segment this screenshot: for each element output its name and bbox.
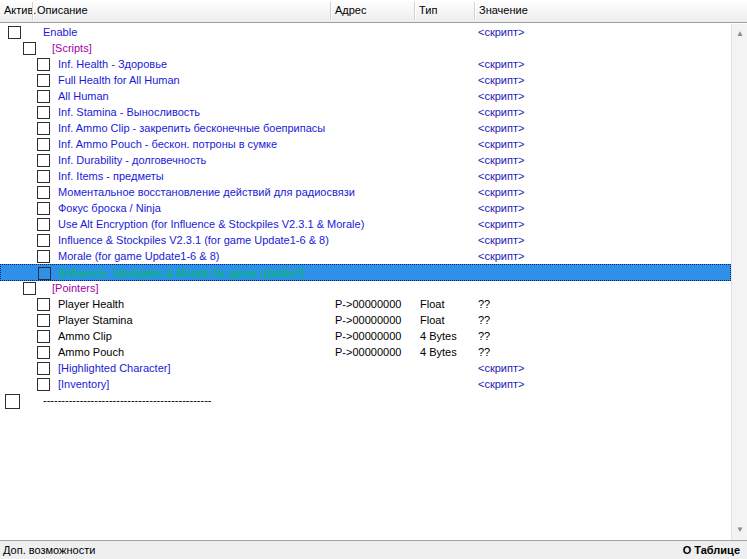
row-activate-checkbox[interactable]	[37, 346, 50, 359]
row-description[interactable]: [Highlighted Character]	[58, 360, 171, 376]
table-row[interactable]: Use Alt Encryption (for Influence & Stoc…	[0, 216, 731, 232]
row-activate-checkbox[interactable]	[37, 362, 50, 375]
row-value[interactable]: <скрипт>	[478, 136, 524, 152]
row-activate-checkbox[interactable]	[37, 298, 50, 311]
table-row[interactable]: All Human <скрипт>	[0, 88, 731, 104]
row-activate-checkbox[interactable]	[38, 267, 51, 280]
row-value[interactable]: <скрипт>	[478, 56, 524, 72]
table-row[interactable]: Inf. Items - предметы <скрипт>	[0, 168, 731, 184]
row-description[interactable]: [Influence, Stockpiles & Morale for game…	[59, 265, 304, 281]
row-type[interactable]: 4 Bytes	[420, 344, 457, 360]
row-description[interactable]: Inf. Stamina - Выносливость	[58, 104, 200, 120]
row-value[interactable]: <скрипт>	[478, 248, 524, 264]
row-address[interactable]: P->00000000	[335, 328, 401, 344]
row-description[interactable]: Player Stamina	[58, 312, 133, 328]
row-type[interactable]: 4 Bytes	[420, 328, 457, 344]
table-row[interactable]: Inf. Stamina - Выносливость <скрипт>	[0, 104, 731, 120]
table-row[interactable]: [Pointers]	[0, 280, 731, 296]
row-activate-checkbox[interactable]	[37, 154, 50, 167]
row-description[interactable]: Full Health for All Human	[58, 72, 180, 88]
table-row[interactable]: Фокус броска / Ninja <скрипт>	[0, 200, 731, 216]
row-description[interactable]: [Scripts]	[52, 40, 92, 56]
table-row[interactable]: [Influence, Stockpiles & Morale for game…	[0, 264, 731, 281]
row-description[interactable]: Inf. Health - Здоровье	[58, 56, 167, 72]
row-value[interactable]: <скрипт>	[478, 168, 524, 184]
row-activate-checkbox[interactable]	[37, 138, 50, 151]
row-description[interactable]: Ammo Pouch	[58, 344, 124, 360]
row-activate-checkbox[interactable]	[37, 234, 50, 247]
table-row[interactable]: Player Stamina P->00000000 Float ??	[0, 312, 731, 328]
row-activate-checkbox[interactable]	[37, 314, 50, 327]
row-value[interactable]: <скрипт>	[478, 72, 524, 88]
vertical-scrollbar[interactable]: ▲ ▼	[731, 24, 747, 540]
table-row[interactable]: Inf. Ammo Clip - закрепить бесконечные б…	[0, 120, 731, 136]
row-activate-checkbox[interactable]	[37, 378, 50, 391]
row-activate-checkbox[interactable]	[37, 74, 50, 87]
row-description[interactable]: Inf. Items - предметы	[58, 168, 164, 184]
table-row[interactable]: [Inventory] <скрипт>	[0, 376, 731, 392]
row-description[interactable]: Morale (for game Update1-6 & 8)	[58, 248, 219, 264]
table-row[interactable]: Ammo Pouch P->00000000 4 Bytes ??	[0, 344, 731, 360]
row-description[interactable]: Inf. Ammo Clip - закрепить бесконечные б…	[58, 120, 325, 136]
row-description[interactable]: Inf. Ammo Pouch - бескон. потроны в сумк…	[58, 136, 277, 152]
row-description[interactable]: Фокус броска / Ninja	[58, 200, 161, 216]
row-activate-checkbox[interactable]	[37, 218, 50, 231]
table-row[interactable]: Full Health for All Human <скрипт>	[0, 72, 731, 88]
row-activate-checkbox[interactable]	[23, 282, 36, 295]
table-row[interactable]: ----------------------------------------…	[0, 392, 731, 408]
table-row[interactable]: [Scripts]	[0, 40, 731, 56]
table-row[interactable]: Enable <скрипт>	[0, 24, 731, 40]
row-value[interactable]: <скрипт>	[478, 152, 524, 168]
row-value[interactable]: <скрипт>	[478, 216, 524, 232]
table-row[interactable]: Inf. Ammo Pouch - бескон. потроны в сумк…	[0, 136, 731, 152]
table-row[interactable]: Inf. Health - Здоровье <скрипт>	[0, 56, 731, 72]
row-value[interactable]: ??	[478, 328, 490, 344]
row-description[interactable]: Inf. Durability - долговечность	[58, 152, 206, 168]
table-row[interactable]: Inf. Durability - долговечность <скрипт>	[0, 152, 731, 168]
row-address[interactable]: P->00000000	[335, 312, 401, 328]
row-description[interactable]: Моментальное восстановление действий для…	[58, 184, 355, 200]
row-value[interactable]: <скрипт>	[478, 360, 524, 376]
row-description[interactable]: All Human	[58, 88, 109, 104]
row-value[interactable]: ??	[478, 312, 490, 328]
table-row[interactable]: Ammo Clip P->00000000 4 Bytes ??	[0, 328, 731, 344]
row-value[interactable]: <скрипт>	[478, 200, 524, 216]
row-value[interactable]: <скрипт>	[478, 104, 524, 120]
row-description[interactable]: Influence & Stockpiles V2.3.1 (for game …	[58, 232, 329, 248]
row-type[interactable]: Float	[420, 312, 444, 328]
scroll-up-icon[interactable]: ▲	[732, 26, 747, 42]
row-type[interactable]: Float	[420, 296, 444, 312]
table-row[interactable]: Morale (for game Update1-6 & 8) <скрипт>	[0, 248, 731, 264]
row-activate-checkbox[interactable]	[37, 90, 50, 103]
scroll-down-icon[interactable]: ▼	[732, 522, 747, 538]
row-description[interactable]: [Pointers]	[52, 280, 98, 296]
row-activate-checkbox[interactable]	[37, 202, 50, 215]
row-description[interactable]: Ammo Clip	[58, 328, 112, 344]
table-row[interactable]: Моментальное восстановление действий для…	[0, 184, 731, 200]
table-row[interactable]: [Highlighted Character] <скрипт>	[0, 360, 731, 376]
row-activate-checkbox[interactable]	[5, 394, 20, 409]
row-description[interactable]: Player Health	[58, 296, 124, 312]
row-activate-checkbox[interactable]	[37, 106, 50, 119]
row-activate-checkbox[interactable]	[8, 26, 21, 39]
row-activate-checkbox[interactable]	[37, 170, 50, 183]
row-address[interactable]: P->00000000	[335, 296, 401, 312]
row-activate-checkbox[interactable]	[37, 330, 50, 343]
row-value[interactable]: <скрипт>	[478, 232, 524, 248]
row-activate-checkbox[interactable]	[37, 186, 50, 199]
row-activate-checkbox[interactable]	[37, 250, 50, 263]
table-row[interactable]: Player Health P->00000000 Float ??	[0, 296, 731, 312]
row-value[interactable]: <скрипт>	[478, 88, 524, 104]
row-activate-checkbox[interactable]	[23, 42, 36, 55]
row-value[interactable]: <скрипт>	[478, 24, 524, 40]
row-description[interactable]: Enable	[43, 24, 77, 40]
row-value[interactable]: <скрипт>	[478, 120, 524, 136]
row-value[interactable]: ??	[478, 296, 490, 312]
row-value[interactable]: ??	[478, 344, 490, 360]
advanced-options-link[interactable]: Доп. возможности	[3, 544, 95, 556]
row-description[interactable]: Use Alt Encryption (for Influence & Stoc…	[58, 216, 364, 232]
row-activate-checkbox[interactable]	[37, 122, 50, 135]
row-value[interactable]: <скрипт>	[478, 184, 524, 200]
row-activate-checkbox[interactable]	[37, 58, 50, 71]
about-table-link[interactable]: О Таблице	[683, 544, 740, 556]
